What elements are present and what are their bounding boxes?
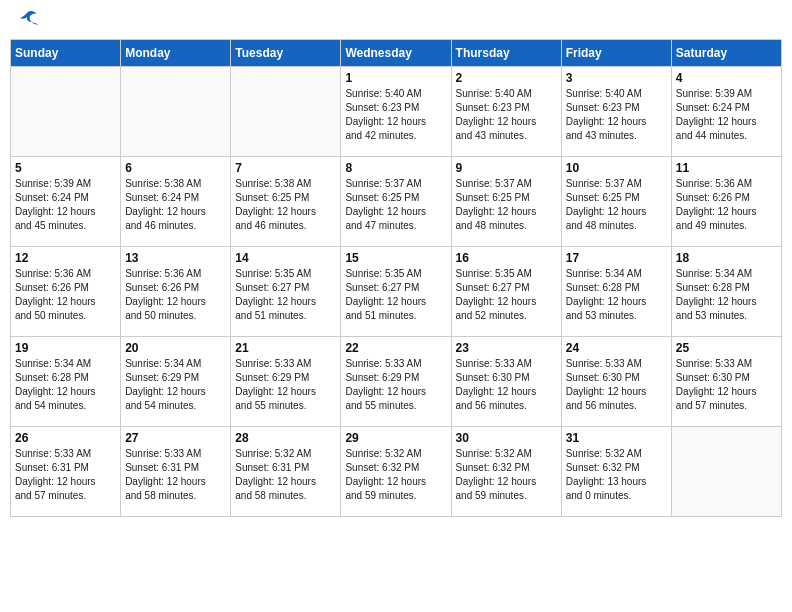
calendar-cell: 25Sunrise: 5:33 AMSunset: 6:30 PMDayligh… bbox=[671, 337, 781, 427]
weekday-header-sunday: Sunday bbox=[11, 40, 121, 67]
day-info: Sunrise: 5:32 AMSunset: 6:32 PMDaylight:… bbox=[456, 447, 557, 503]
weekday-header-tuesday: Tuesday bbox=[231, 40, 341, 67]
weekday-header-wednesday: Wednesday bbox=[341, 40, 451, 67]
day-info: Sunrise: 5:35 AMSunset: 6:27 PMDaylight:… bbox=[456, 267, 557, 323]
weekday-header-thursday: Thursday bbox=[451, 40, 561, 67]
calendar-cell: 9Sunrise: 5:37 AMSunset: 6:25 PMDaylight… bbox=[451, 157, 561, 247]
day-number: 24 bbox=[566, 341, 667, 355]
day-info: Sunrise: 5:33 AMSunset: 6:29 PMDaylight:… bbox=[235, 357, 336, 413]
calendar-cell: 31Sunrise: 5:32 AMSunset: 6:32 PMDayligh… bbox=[561, 427, 671, 517]
day-number: 16 bbox=[456, 251, 557, 265]
day-number: 2 bbox=[456, 71, 557, 85]
day-info: Sunrise: 5:35 AMSunset: 6:27 PMDaylight:… bbox=[235, 267, 336, 323]
day-info: Sunrise: 5:38 AMSunset: 6:24 PMDaylight:… bbox=[125, 177, 226, 233]
calendar-cell: 13Sunrise: 5:36 AMSunset: 6:26 PMDayligh… bbox=[121, 247, 231, 337]
day-info: Sunrise: 5:39 AMSunset: 6:24 PMDaylight:… bbox=[676, 87, 777, 143]
calendar-table: SundayMondayTuesdayWednesdayThursdayFrid… bbox=[10, 39, 782, 517]
calendar-cell: 23Sunrise: 5:33 AMSunset: 6:30 PMDayligh… bbox=[451, 337, 561, 427]
calendar-cell: 21Sunrise: 5:33 AMSunset: 6:29 PMDayligh… bbox=[231, 337, 341, 427]
day-number: 29 bbox=[345, 431, 446, 445]
calendar-cell: 11Sunrise: 5:36 AMSunset: 6:26 PMDayligh… bbox=[671, 157, 781, 247]
day-number: 28 bbox=[235, 431, 336, 445]
day-info: Sunrise: 5:35 AMSunset: 6:27 PMDaylight:… bbox=[345, 267, 446, 323]
day-info: Sunrise: 5:32 AMSunset: 6:32 PMDaylight:… bbox=[566, 447, 667, 503]
day-info: Sunrise: 5:34 AMSunset: 6:28 PMDaylight:… bbox=[676, 267, 777, 323]
day-number: 8 bbox=[345, 161, 446, 175]
day-info: Sunrise: 5:39 AMSunset: 6:24 PMDaylight:… bbox=[15, 177, 116, 233]
calendar-cell: 17Sunrise: 5:34 AMSunset: 6:28 PMDayligh… bbox=[561, 247, 671, 337]
day-info: Sunrise: 5:33 AMSunset: 6:29 PMDaylight:… bbox=[345, 357, 446, 413]
day-info: Sunrise: 5:34 AMSunset: 6:28 PMDaylight:… bbox=[15, 357, 116, 413]
weekday-header-saturday: Saturday bbox=[671, 40, 781, 67]
day-number: 26 bbox=[15, 431, 116, 445]
day-info: Sunrise: 5:36 AMSunset: 6:26 PMDaylight:… bbox=[125, 267, 226, 323]
day-number: 20 bbox=[125, 341, 226, 355]
day-number: 25 bbox=[676, 341, 777, 355]
day-info: Sunrise: 5:32 AMSunset: 6:32 PMDaylight:… bbox=[345, 447, 446, 503]
weekday-header-monday: Monday bbox=[121, 40, 231, 67]
day-info: Sunrise: 5:36 AMSunset: 6:26 PMDaylight:… bbox=[15, 267, 116, 323]
day-info: Sunrise: 5:37 AMSunset: 6:25 PMDaylight:… bbox=[456, 177, 557, 233]
day-number: 17 bbox=[566, 251, 667, 265]
calendar-cell: 10Sunrise: 5:37 AMSunset: 6:25 PMDayligh… bbox=[561, 157, 671, 247]
calendar-cell bbox=[121, 67, 231, 157]
calendar-cell: 15Sunrise: 5:35 AMSunset: 6:27 PMDayligh… bbox=[341, 247, 451, 337]
calendar-cell: 27Sunrise: 5:33 AMSunset: 6:31 PMDayligh… bbox=[121, 427, 231, 517]
day-info: Sunrise: 5:40 AMSunset: 6:23 PMDaylight:… bbox=[345, 87, 446, 143]
calendar-cell: 1Sunrise: 5:40 AMSunset: 6:23 PMDaylight… bbox=[341, 67, 451, 157]
day-info: Sunrise: 5:40 AMSunset: 6:23 PMDaylight:… bbox=[456, 87, 557, 143]
day-info: Sunrise: 5:40 AMSunset: 6:23 PMDaylight:… bbox=[566, 87, 667, 143]
day-number: 12 bbox=[15, 251, 116, 265]
day-number: 19 bbox=[15, 341, 116, 355]
calendar-cell bbox=[231, 67, 341, 157]
day-info: Sunrise: 5:37 AMSunset: 6:25 PMDaylight:… bbox=[566, 177, 667, 233]
calendar-cell: 20Sunrise: 5:34 AMSunset: 6:29 PMDayligh… bbox=[121, 337, 231, 427]
calendar-cell bbox=[671, 427, 781, 517]
day-number: 9 bbox=[456, 161, 557, 175]
calendar-cell: 4Sunrise: 5:39 AMSunset: 6:24 PMDaylight… bbox=[671, 67, 781, 157]
day-info: Sunrise: 5:32 AMSunset: 6:31 PMDaylight:… bbox=[235, 447, 336, 503]
day-info: Sunrise: 5:33 AMSunset: 6:31 PMDaylight:… bbox=[15, 447, 116, 503]
day-number: 1 bbox=[345, 71, 446, 85]
day-info: Sunrise: 5:34 AMSunset: 6:28 PMDaylight:… bbox=[566, 267, 667, 323]
day-number: 22 bbox=[345, 341, 446, 355]
day-info: Sunrise: 5:33 AMSunset: 6:31 PMDaylight:… bbox=[125, 447, 226, 503]
calendar-cell: 2Sunrise: 5:40 AMSunset: 6:23 PMDaylight… bbox=[451, 67, 561, 157]
calendar-cell: 29Sunrise: 5:32 AMSunset: 6:32 PMDayligh… bbox=[341, 427, 451, 517]
calendar-cell: 26Sunrise: 5:33 AMSunset: 6:31 PMDayligh… bbox=[11, 427, 121, 517]
weekday-header-friday: Friday bbox=[561, 40, 671, 67]
day-number: 3 bbox=[566, 71, 667, 85]
logo-bird-icon bbox=[17, 10, 39, 31]
day-number: 11 bbox=[676, 161, 777, 175]
day-number: 23 bbox=[456, 341, 557, 355]
day-number: 4 bbox=[676, 71, 777, 85]
day-number: 5 bbox=[15, 161, 116, 175]
day-info: Sunrise: 5:33 AMSunset: 6:30 PMDaylight:… bbox=[566, 357, 667, 413]
logo bbox=[14, 10, 39, 31]
day-number: 14 bbox=[235, 251, 336, 265]
day-info: Sunrise: 5:38 AMSunset: 6:25 PMDaylight:… bbox=[235, 177, 336, 233]
day-number: 21 bbox=[235, 341, 336, 355]
calendar-cell bbox=[11, 67, 121, 157]
day-number: 15 bbox=[345, 251, 446, 265]
calendar-cell: 22Sunrise: 5:33 AMSunset: 6:29 PMDayligh… bbox=[341, 337, 451, 427]
day-info: Sunrise: 5:33 AMSunset: 6:30 PMDaylight:… bbox=[676, 357, 777, 413]
page-header bbox=[10, 10, 782, 31]
calendar-cell: 3Sunrise: 5:40 AMSunset: 6:23 PMDaylight… bbox=[561, 67, 671, 157]
day-number: 13 bbox=[125, 251, 226, 265]
day-number: 10 bbox=[566, 161, 667, 175]
calendar-cell: 5Sunrise: 5:39 AMSunset: 6:24 PMDaylight… bbox=[11, 157, 121, 247]
day-number: 30 bbox=[456, 431, 557, 445]
calendar-cell: 19Sunrise: 5:34 AMSunset: 6:28 PMDayligh… bbox=[11, 337, 121, 427]
day-number: 27 bbox=[125, 431, 226, 445]
calendar-cell: 6Sunrise: 5:38 AMSunset: 6:24 PMDaylight… bbox=[121, 157, 231, 247]
day-info: Sunrise: 5:33 AMSunset: 6:30 PMDaylight:… bbox=[456, 357, 557, 413]
calendar-cell: 30Sunrise: 5:32 AMSunset: 6:32 PMDayligh… bbox=[451, 427, 561, 517]
day-info: Sunrise: 5:36 AMSunset: 6:26 PMDaylight:… bbox=[676, 177, 777, 233]
day-number: 7 bbox=[235, 161, 336, 175]
day-number: 18 bbox=[676, 251, 777, 265]
calendar-cell: 28Sunrise: 5:32 AMSunset: 6:31 PMDayligh… bbox=[231, 427, 341, 517]
day-number: 6 bbox=[125, 161, 226, 175]
calendar-cell: 7Sunrise: 5:38 AMSunset: 6:25 PMDaylight… bbox=[231, 157, 341, 247]
calendar-cell: 12Sunrise: 5:36 AMSunset: 6:26 PMDayligh… bbox=[11, 247, 121, 337]
